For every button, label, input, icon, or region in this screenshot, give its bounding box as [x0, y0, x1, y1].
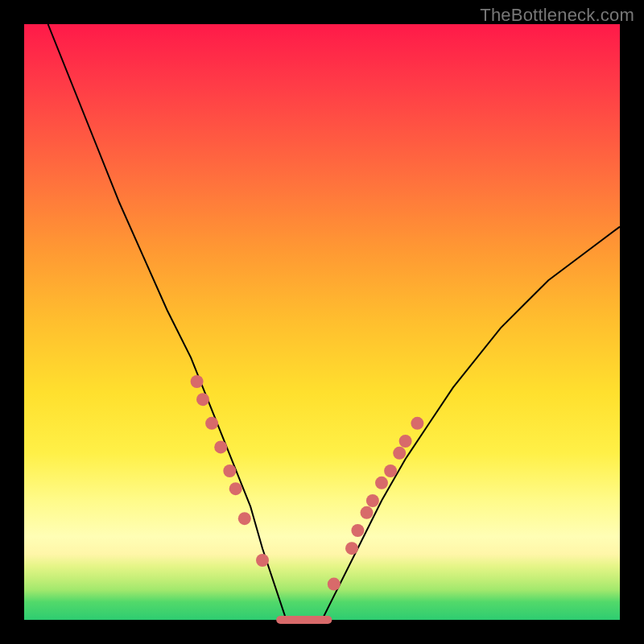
marker-dot [384, 464, 397, 477]
marker-dot [399, 435, 412, 448]
chart-frame: TheBottleneck.com [0, 0, 644, 644]
plot-area [24, 24, 620, 620]
curve-svg [24, 24, 620, 620]
marker-dot [411, 417, 423, 430]
markers-left [191, 375, 269, 567]
marker-dot [361, 506, 374, 519]
markers-right [328, 417, 424, 591]
marker-dot [223, 464, 236, 477]
marker-dot [214, 440, 227, 453]
marker-dot [351, 524, 364, 537]
marker-dot [256, 554, 269, 567]
marker-dot [191, 375, 204, 388]
marker-dot [196, 393, 209, 406]
marker-dot [375, 477, 388, 489]
marker-dot [238, 512, 251, 525]
marker-dot [205, 417, 218, 430]
watermark-text: TheBottleneck.com [480, 5, 634, 26]
curve-right [322, 227, 620, 620]
marker-dot [345, 542, 358, 555]
curve-left [48, 24, 287, 620]
marker-dot [229, 482, 242, 495]
marker-dot [328, 578, 341, 591]
marker-dot [393, 447, 406, 460]
marker-dot [366, 494, 379, 507]
